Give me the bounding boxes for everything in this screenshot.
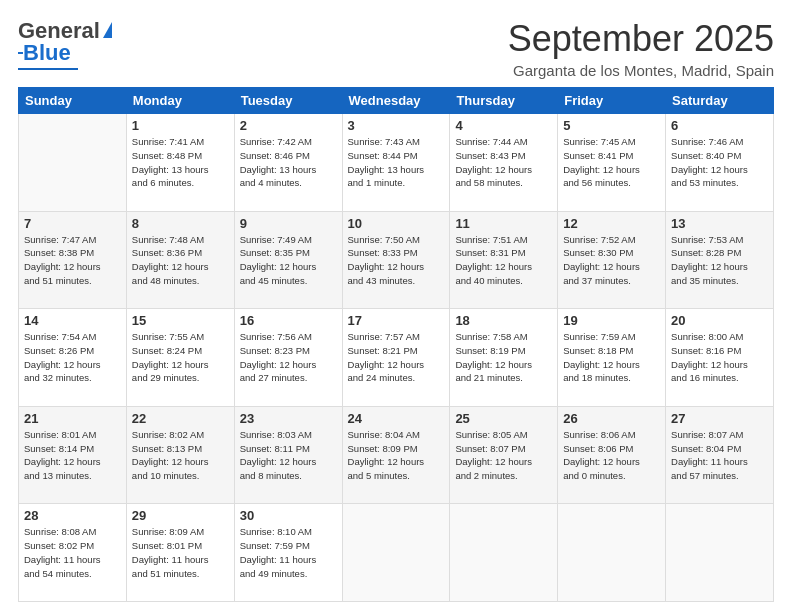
calendar-cell: 17Sunrise: 7:57 AM Sunset: 8:21 PM Dayli… bbox=[342, 309, 450, 407]
sun-info: Sunrise: 7:59 AM Sunset: 8:18 PM Dayligh… bbox=[563, 330, 660, 385]
location: Garganta de los Montes, Madrid, Spain bbox=[508, 62, 774, 79]
sun-info: Sunrise: 8:05 AM Sunset: 8:07 PM Dayligh… bbox=[455, 428, 552, 483]
sun-info: Sunrise: 8:09 AM Sunset: 8:01 PM Dayligh… bbox=[132, 525, 229, 580]
sun-info: Sunrise: 8:02 AM Sunset: 8:13 PM Dayligh… bbox=[132, 428, 229, 483]
sun-info: Sunrise: 7:44 AM Sunset: 8:43 PM Dayligh… bbox=[455, 135, 552, 190]
logo-blue-text: Blue bbox=[23, 40, 71, 66]
day-number: 23 bbox=[240, 411, 337, 426]
col-header-monday: Monday bbox=[126, 88, 234, 114]
sun-info: Sunrise: 8:01 AM Sunset: 8:14 PM Dayligh… bbox=[24, 428, 121, 483]
sun-info: Sunrise: 7:45 AM Sunset: 8:41 PM Dayligh… bbox=[563, 135, 660, 190]
day-number: 10 bbox=[348, 216, 445, 231]
calendar-cell: 3Sunrise: 7:43 AM Sunset: 8:44 PM Daylig… bbox=[342, 114, 450, 212]
sun-info: Sunrise: 8:06 AM Sunset: 8:06 PM Dayligh… bbox=[563, 428, 660, 483]
day-number: 2 bbox=[240, 118, 337, 133]
calendar-cell: 5Sunrise: 7:45 AM Sunset: 8:41 PM Daylig… bbox=[558, 114, 666, 212]
sun-info: Sunrise: 7:50 AM Sunset: 8:33 PM Dayligh… bbox=[348, 233, 445, 288]
logo-underline bbox=[18, 68, 78, 70]
calendar-cell bbox=[666, 504, 774, 602]
day-number: 7 bbox=[24, 216, 121, 231]
sun-info: Sunrise: 7:56 AM Sunset: 8:23 PM Dayligh… bbox=[240, 330, 337, 385]
day-number: 30 bbox=[240, 508, 337, 523]
calendar-cell: 14Sunrise: 7:54 AM Sunset: 8:26 PM Dayli… bbox=[19, 309, 127, 407]
calendar-cell: 27Sunrise: 8:07 AM Sunset: 8:04 PM Dayli… bbox=[666, 406, 774, 504]
day-number: 8 bbox=[132, 216, 229, 231]
sun-info: Sunrise: 8:07 AM Sunset: 8:04 PM Dayligh… bbox=[671, 428, 768, 483]
calendar-cell: 16Sunrise: 7:56 AM Sunset: 8:23 PM Dayli… bbox=[234, 309, 342, 407]
day-number: 22 bbox=[132, 411, 229, 426]
week-row: 28Sunrise: 8:08 AM Sunset: 8:02 PM Dayli… bbox=[19, 504, 774, 602]
title-block: September 2025 Garganta de los Montes, M… bbox=[508, 18, 774, 79]
col-header-tuesday: Tuesday bbox=[234, 88, 342, 114]
day-number: 25 bbox=[455, 411, 552, 426]
day-number: 17 bbox=[348, 313, 445, 328]
calendar-cell: 11Sunrise: 7:51 AM Sunset: 8:31 PM Dayli… bbox=[450, 211, 558, 309]
day-number: 14 bbox=[24, 313, 121, 328]
calendar-cell: 26Sunrise: 8:06 AM Sunset: 8:06 PM Dayli… bbox=[558, 406, 666, 504]
header: General Blue September 2025 Garganta de … bbox=[18, 18, 774, 79]
month-title: September 2025 bbox=[508, 18, 774, 60]
calendar-header-row: SundayMondayTuesdayWednesdayThursdayFrid… bbox=[19, 88, 774, 114]
day-number: 4 bbox=[455, 118, 552, 133]
day-number: 5 bbox=[563, 118, 660, 133]
sun-info: Sunrise: 7:41 AM Sunset: 8:48 PM Dayligh… bbox=[132, 135, 229, 190]
calendar-cell: 13Sunrise: 7:53 AM Sunset: 8:28 PM Dayli… bbox=[666, 211, 774, 309]
sun-info: Sunrise: 8:10 AM Sunset: 7:59 PM Dayligh… bbox=[240, 525, 337, 580]
day-number: 11 bbox=[455, 216, 552, 231]
logo: General Blue bbox=[18, 18, 112, 70]
day-number: 12 bbox=[563, 216, 660, 231]
calendar-cell: 1Sunrise: 7:41 AM Sunset: 8:48 PM Daylig… bbox=[126, 114, 234, 212]
col-header-wednesday: Wednesday bbox=[342, 88, 450, 114]
week-row: 21Sunrise: 8:01 AM Sunset: 8:14 PM Dayli… bbox=[19, 406, 774, 504]
calendar-cell: 24Sunrise: 8:04 AM Sunset: 8:09 PM Dayli… bbox=[342, 406, 450, 504]
calendar-cell: 10Sunrise: 7:50 AM Sunset: 8:33 PM Dayli… bbox=[342, 211, 450, 309]
calendar-cell: 19Sunrise: 7:59 AM Sunset: 8:18 PM Dayli… bbox=[558, 309, 666, 407]
calendar-cell bbox=[558, 504, 666, 602]
calendar-cell: 9Sunrise: 7:49 AM Sunset: 8:35 PM Daylig… bbox=[234, 211, 342, 309]
day-number: 27 bbox=[671, 411, 768, 426]
sun-info: Sunrise: 7:47 AM Sunset: 8:38 PM Dayligh… bbox=[24, 233, 121, 288]
sun-info: Sunrise: 7:55 AM Sunset: 8:24 PM Dayligh… bbox=[132, 330, 229, 385]
calendar-cell: 18Sunrise: 7:58 AM Sunset: 8:19 PM Dayli… bbox=[450, 309, 558, 407]
day-number: 21 bbox=[24, 411, 121, 426]
calendar-cell bbox=[342, 504, 450, 602]
calendar-table: SundayMondayTuesdayWednesdayThursdayFrid… bbox=[18, 87, 774, 602]
sun-info: Sunrise: 7:42 AM Sunset: 8:46 PM Dayligh… bbox=[240, 135, 337, 190]
week-row: 1Sunrise: 7:41 AM Sunset: 8:48 PM Daylig… bbox=[19, 114, 774, 212]
day-number: 29 bbox=[132, 508, 229, 523]
sun-info: Sunrise: 7:57 AM Sunset: 8:21 PM Dayligh… bbox=[348, 330, 445, 385]
calendar-cell: 23Sunrise: 8:03 AM Sunset: 8:11 PM Dayli… bbox=[234, 406, 342, 504]
logo-triangle-icon bbox=[103, 22, 112, 38]
day-number: 9 bbox=[240, 216, 337, 231]
calendar-cell: 30Sunrise: 8:10 AM Sunset: 7:59 PM Dayli… bbox=[234, 504, 342, 602]
calendar-cell: 20Sunrise: 8:00 AM Sunset: 8:16 PM Dayli… bbox=[666, 309, 774, 407]
sun-info: Sunrise: 7:58 AM Sunset: 8:19 PM Dayligh… bbox=[455, 330, 552, 385]
day-number: 24 bbox=[348, 411, 445, 426]
calendar-cell bbox=[19, 114, 127, 212]
sun-info: Sunrise: 7:52 AM Sunset: 8:30 PM Dayligh… bbox=[563, 233, 660, 288]
calendar-cell: 15Sunrise: 7:55 AM Sunset: 8:24 PM Dayli… bbox=[126, 309, 234, 407]
day-number: 1 bbox=[132, 118, 229, 133]
calendar-cell: 29Sunrise: 8:09 AM Sunset: 8:01 PM Dayli… bbox=[126, 504, 234, 602]
day-number: 18 bbox=[455, 313, 552, 328]
sun-info: Sunrise: 8:08 AM Sunset: 8:02 PM Dayligh… bbox=[24, 525, 121, 580]
sun-info: Sunrise: 7:48 AM Sunset: 8:36 PM Dayligh… bbox=[132, 233, 229, 288]
sun-info: Sunrise: 8:03 AM Sunset: 8:11 PM Dayligh… bbox=[240, 428, 337, 483]
calendar-cell: 8Sunrise: 7:48 AM Sunset: 8:36 PM Daylig… bbox=[126, 211, 234, 309]
day-number: 26 bbox=[563, 411, 660, 426]
calendar-cell: 7Sunrise: 7:47 AM Sunset: 8:38 PM Daylig… bbox=[19, 211, 127, 309]
calendar-cell bbox=[450, 504, 558, 602]
sun-info: Sunrise: 7:49 AM Sunset: 8:35 PM Dayligh… bbox=[240, 233, 337, 288]
calendar-cell: 21Sunrise: 8:01 AM Sunset: 8:14 PM Dayli… bbox=[19, 406, 127, 504]
sun-info: Sunrise: 8:04 AM Sunset: 8:09 PM Dayligh… bbox=[348, 428, 445, 483]
week-row: 14Sunrise: 7:54 AM Sunset: 8:26 PM Dayli… bbox=[19, 309, 774, 407]
day-number: 15 bbox=[132, 313, 229, 328]
day-number: 20 bbox=[671, 313, 768, 328]
sun-info: Sunrise: 7:53 AM Sunset: 8:28 PM Dayligh… bbox=[671, 233, 768, 288]
week-row: 7Sunrise: 7:47 AM Sunset: 8:38 PM Daylig… bbox=[19, 211, 774, 309]
sun-info: Sunrise: 8:00 AM Sunset: 8:16 PM Dayligh… bbox=[671, 330, 768, 385]
sun-info: Sunrise: 7:54 AM Sunset: 8:26 PM Dayligh… bbox=[24, 330, 121, 385]
calendar-cell: 6Sunrise: 7:46 AM Sunset: 8:40 PM Daylig… bbox=[666, 114, 774, 212]
day-number: 13 bbox=[671, 216, 768, 231]
day-number: 28 bbox=[24, 508, 121, 523]
